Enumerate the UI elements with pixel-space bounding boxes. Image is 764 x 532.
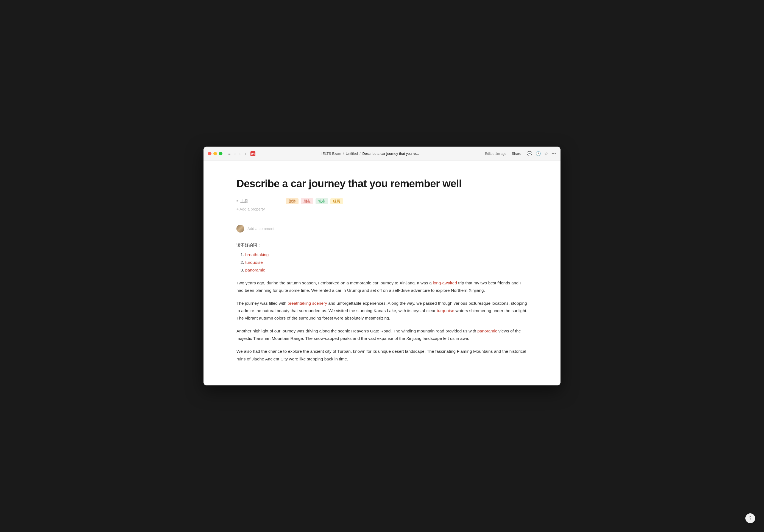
vocab-word-2: turquoise	[245, 260, 263, 265]
share-button[interactable]: Share	[509, 150, 523, 157]
page-title: Describe a car journey that you remember…	[237, 177, 527, 191]
titlebar-right: Edited 1m ago Share 💬 🕐 ☆ •••	[485, 150, 556, 157]
history-icon[interactable]: 🕐	[535, 151, 541, 156]
back-icon[interactable]: ‹	[234, 151, 237, 157]
more-icon[interactable]: •••	[551, 151, 556, 156]
property-icon: ≡	[237, 199, 239, 203]
section-label: 读不好的词：	[237, 243, 527, 248]
property-label: ≡ 主题	[237, 199, 281, 204]
paragraph-1: Two years ago, during the autumn season,…	[237, 279, 527, 294]
paragraph-3: Another highlight of our journey was dri…	[237, 327, 527, 342]
highlight-breathtaking-scenery: breathtaking scenery	[287, 301, 327, 305]
tag-travel[interactable]: 旅游	[286, 198, 298, 204]
help-button[interactable]: ?	[745, 513, 755, 523]
avatar	[237, 225, 244, 233]
star-icon[interactable]: ☆	[544, 151, 548, 156]
list-item: breathtaking	[245, 252, 527, 257]
edited-time: Edited 1m ago	[485, 152, 506, 156]
tag-friends[interactable]: 朋友	[301, 198, 313, 204]
comment-icon[interactable]: 💬	[527, 151, 532, 156]
forward-icon[interactable]: ›	[239, 151, 242, 157]
add-icon[interactable]: +	[244, 151, 248, 157]
add-property-label: + Add a property	[237, 207, 265, 211]
app-window: ≡ ‹ › + 100 IELTS Exam / Untitled / Desc…	[204, 147, 560, 385]
list-item: panoramic	[245, 267, 527, 272]
vocab-list: breathtaking turquoise panoramic	[237, 252, 527, 272]
highlight-long-awaited: long-awaited	[433, 280, 457, 285]
menu-icon[interactable]: ≡	[227, 151, 231, 157]
highlight-turquoise: turquoise	[437, 308, 454, 313]
content-area: Describe a car journey that you remember…	[204, 161, 560, 385]
breadcrumb-sep2: /	[359, 151, 361, 156]
tag-experience[interactable]: 经历	[330, 198, 343, 204]
avatar-image	[237, 225, 244, 233]
tags-container: 旅游 朋友 城市 经历	[286, 198, 343, 204]
property-row: ≡ 主题 旅游 朋友 城市 经历	[237, 198, 527, 204]
add-property[interactable]: + Add a property	[237, 206, 527, 213]
paragraph-2: The journey was filled with breathtaking…	[237, 299, 527, 322]
minimize-button[interactable]	[213, 152, 217, 155]
breadcrumb-app[interactable]: IELTS Exam	[321, 151, 341, 156]
comment-area[interactable]: Add a comment...	[237, 223, 527, 235]
nav-controls: ≡ ‹ › +	[227, 151, 248, 157]
comment-input[interactable]: Add a comment...	[248, 227, 278, 231]
breadcrumb-sep1: /	[343, 151, 344, 156]
tag-city[interactable]: 城市	[315, 198, 328, 204]
breadcrumb-parent[interactable]: Untitled	[346, 151, 358, 156]
breadcrumb-current: Describe a car journey that you re...	[362, 151, 419, 156]
app-icon: 100	[251, 151, 256, 156]
maximize-button[interactable]	[219, 152, 222, 155]
paragraph-4: We also had the chance to explore the an…	[237, 348, 527, 362]
titlebar: ≡ ‹ › + 100 IELTS Exam / Untitled / Desc…	[204, 147, 560, 161]
close-button[interactable]	[208, 152, 211, 155]
vocab-word-1: breathtaking	[245, 252, 269, 257]
properties-section: ≡ 主题 旅游 朋友 城市 经历 + Add a property	[237, 198, 527, 213]
traffic-lights	[208, 152, 222, 155]
vocab-word-3: panoramic	[245, 267, 265, 272]
property-label-text: 主题	[240, 199, 248, 204]
list-item: turquoise	[245, 260, 527, 265]
breadcrumb: IELTS Exam / Untitled / Describe a car j…	[258, 151, 482, 156]
highlight-panoramic: panoramic	[477, 329, 497, 333]
divider	[237, 218, 527, 218]
